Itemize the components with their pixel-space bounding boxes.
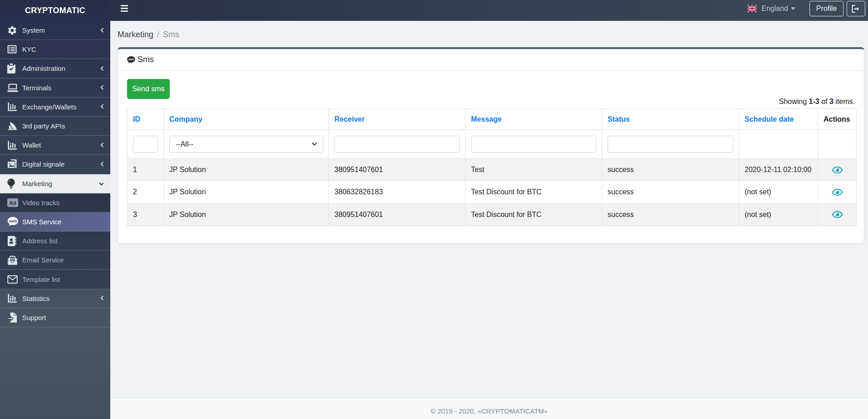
svg-text:Ad: Ad bbox=[9, 200, 16, 206]
svg-text:SMS: SMS bbox=[9, 219, 17, 223]
svg-text:SMS: SMS bbox=[128, 58, 134, 61]
